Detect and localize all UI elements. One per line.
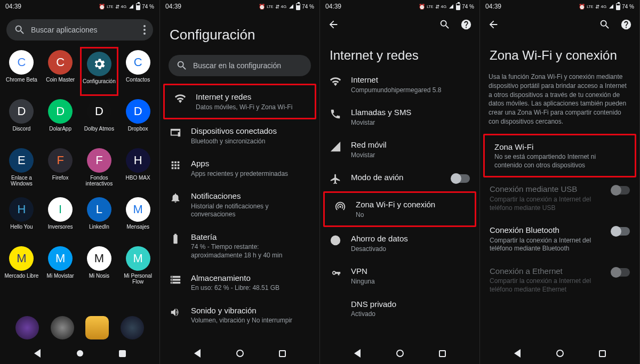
network-item-ahorro-de-datos[interactable]: Ahorro de datosDesactivado — [320, 227, 479, 260]
search-apps[interactable]: Buscar aplicaciones — [6, 19, 153, 41]
back-icon[interactable] — [487, 19, 499, 30]
status-icons: ⏰ LTE ⇵ 4G 74 % — [99, 3, 154, 10]
settings-list: InternetCompumundohipermegared 5.8Llamad… — [320, 68, 479, 343]
app-coin-master[interactable]: CCoin Master — [41, 47, 80, 96]
nav-back[interactable] — [32, 348, 43, 359]
settings-item-notificaciones[interactable]: NotificacionesHistorial de notificacione… — [160, 184, 319, 225]
item-title: Batería — [191, 232, 310, 242]
settings-item-apps[interactable]: AppsApps recientes y predeterminadas — [160, 152, 319, 184]
item-subtitle: No — [356, 211, 465, 220]
item-title: Sonido y vibración — [191, 305, 310, 316]
upload-icon: ⇵ — [275, 4, 279, 10]
app-label: Configuración — [83, 78, 116, 84]
signal-icon — [289, 4, 293, 9]
dock-app-2[interactable] — [51, 316, 74, 339]
page-title: Zona Wi-Fi y conexión — [480, 36, 639, 68]
app-discord[interactable]: DDiscord — [2, 96, 41, 145]
app-dolby-atmos[interactable]: DDolby Atmos — [80, 96, 119, 145]
search-icon[interactable] — [439, 19, 451, 30]
status-time: 04:39 — [165, 3, 181, 10]
app-inversores[interactable]: IInversores — [41, 194, 80, 243]
app-hello-you[interactable]: HHello You — [2, 194, 41, 243]
app-icon: D — [87, 99, 111, 124]
settings-item-bater-a[interactable]: Batería74 % - Tiempo restante: aproximad… — [160, 225, 319, 266]
tether-item-zona-wi-fi[interactable]: Zona Wi-FiNo se está compartiendo Intern… — [485, 135, 635, 176]
more-icon[interactable] — [143, 25, 146, 35]
status-bar: 04:39 ⏰ LTE ⇵ 4G 74 % — [160, 0, 319, 13]
back-icon[interactable] — [327, 19, 339, 30]
app-icon: D — [9, 99, 34, 124]
nav-recent[interactable] — [437, 348, 447, 359]
network-item-modo-de-avi-n[interactable]: Modo de avión — [320, 166, 479, 191]
battery-pct: 74 % — [302, 4, 314, 10]
search-icon[interactable] — [599, 19, 611, 30]
network-item-dns-privado[interactable]: DNS privadoActivado — [320, 293, 479, 325]
network-item-zona-wi-fi-y-conexi-n[interactable]: Zona Wi-Fi y conexiónNo — [325, 193, 475, 225]
app-dolarapp[interactable]: DDolarApp — [41, 96, 80, 145]
app-firefox[interactable]: FFirefox — [41, 145, 80, 194]
settings-item-almacenamiento[interactable]: AlmacenamientoEn uso: 62 % - Libre: 48.5… — [160, 266, 319, 299]
signal-icon — [330, 141, 341, 152]
hotspot-icon — [334, 200, 346, 212]
panel-zona-wifi: 04:39 ⏰ LTE ⇵ 4G 74 % Zona Wi-Fi y conex… — [480, 0, 640, 364]
network-item-llamadas-y-sms[interactable]: Llamadas y SMSMovistar — [320, 101, 479, 133]
tether-item-conexi-n-bluetooth[interactable]: Conexión BluetoothCompartir la conexión … — [480, 219, 639, 260]
app-linkedin[interactable]: LLinkedIn — [80, 194, 119, 243]
item-subtitle: Compartir la conexión a Internet del tel… — [490, 277, 602, 294]
app-contactos[interactable]: CContactos — [118, 47, 157, 96]
app-label: HBO MAX — [126, 175, 150, 181]
app-icon: M — [48, 246, 73, 271]
settings-item-dispositivos-conectados[interactable]: Dispositivos conectadosBluetooth y sincr… — [160, 119, 319, 152]
help-icon[interactable] — [620, 19, 632, 30]
toggle[interactable] — [452, 174, 470, 183]
nav-back[interactable] — [192, 348, 203, 359]
app-label: DolarApp — [49, 126, 71, 132]
item-title: Conexión mediante USB — [490, 184, 602, 195]
item-subtitle: Desactivado — [351, 245, 470, 254]
status-bar: 04:39 ⏰ LTE ⇵ 4G 74 % — [320, 0, 479, 13]
nav-home[interactable] — [555, 348, 565, 359]
app-icon: H — [126, 148, 150, 173]
nav-recent[interactable] — [597, 348, 607, 359]
app-mi-personal-flow[interactable]: MMi Personal Flow — [118, 243, 157, 292]
network-item-red-m-vil[interactable]: Red móvilMovistar — [320, 133, 479, 166]
battery-icon — [136, 3, 140, 10]
settings-item-sonido-y-vibraci-n[interactable]: Sonido y vibraciónVolumen, vibración y N… — [160, 299, 319, 331]
item-subtitle: Compumundohipermegared 5.8 — [351, 86, 470, 95]
app-enlace-a-windows[interactable]: EEnlace a Windows — [2, 145, 41, 194]
net-icon: 4G — [601, 4, 607, 9]
dock-app-3[interactable] — [85, 316, 109, 339]
page-description: Usa la función Zona Wi-Fi y conexión med… — [480, 68, 639, 134]
settings-item-internet-y-redes[interactable]: Internet y redesDatos móviles, Wi-Fi y Z… — [165, 85, 315, 118]
app-icon: C — [9, 50, 34, 75]
nav-back[interactable] — [512, 348, 523, 359]
dock-app-1[interactable] — [15, 316, 39, 339]
app-chrome-beta[interactable]: CChrome Beta — [2, 47, 41, 96]
app-hbo-max[interactable]: HHBO MAX — [118, 145, 157, 194]
item-title: Modo de avión — [351, 172, 442, 183]
app-mensajes[interactable]: MMensajes — [118, 194, 157, 243]
network-item-vpn[interactable]: VPNNinguna — [320, 260, 479, 292]
app-configuraci-n[interactable]: Configuración — [80, 47, 119, 96]
status-bar: 04:39 ⏰ LTE ⇵ 4G 74 % — [0, 0, 159, 13]
app-label: Coin Master — [46, 77, 75, 83]
app-mercado-libre[interactable]: MMercado Libre — [2, 243, 41, 292]
app-dropbox[interactable]: DDropbox — [118, 96, 157, 145]
nav-home[interactable] — [395, 348, 405, 359]
nav-recent[interactable] — [117, 348, 127, 359]
nav-back[interactable] — [352, 348, 363, 359]
tether-item-conexi-n-mediante-usb: Conexión mediante USBCompartir la conexi… — [480, 177, 639, 219]
help-icon[interactable] — [460, 19, 472, 30]
toggle[interactable] — [612, 227, 630, 236]
dock-app-4[interactable] — [121, 316, 144, 339]
app-mi-nosis[interactable]: MMi Nosis — [80, 243, 119, 292]
nav-home[interactable] — [235, 348, 245, 359]
battery-icon — [296, 3, 300, 10]
app-fondos-interactivos[interactable]: FFondos interactivos — [80, 145, 119, 194]
network-item-internet[interactable]: InternetCompumundohipermegared 5.8 — [320, 68, 479, 101]
nav-recent[interactable] — [277, 348, 287, 359]
search-settings[interactable]: Buscar en la configuración — [169, 55, 311, 76]
app-mi-movistar[interactable]: MMi Movistar — [41, 243, 80, 292]
nav-home[interactable] — [75, 348, 85, 359]
battery-pct: 74 % — [462, 4, 474, 10]
